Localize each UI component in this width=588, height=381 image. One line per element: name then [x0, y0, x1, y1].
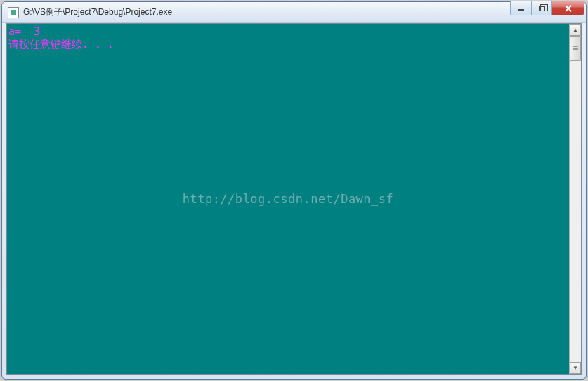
- application-window: G:\VS例子\Project7\Debug\Project7.exe a= 3…: [1, 1, 587, 380]
- close-icon: [564, 5, 573, 12]
- watermark-text: http://blog.csdn.net/Dawn_sf: [183, 193, 394, 205]
- titlebar[interactable]: G:\VS例子\Project7\Debug\Project7.exe: [2, 2, 586, 23]
- window-title: G:\VS例子\Project7\Debug\Project7.exe: [23, 6, 510, 18]
- scroll-down-button[interactable]: ▼: [570, 362, 581, 374]
- scrollbar-thumb[interactable]: [570, 36, 581, 61]
- window-controls: [510, 1, 584, 15]
- scrollbar-track[interactable]: [570, 36, 581, 362]
- console-line: a= 3: [8, 25, 568, 38]
- app-icon: [8, 7, 19, 18]
- console-output[interactable]: a= 3 请按任意键继续. . . http://blog.csdn.net/D…: [7, 24, 569, 374]
- scroll-up-button[interactable]: ▲: [570, 24, 581, 36]
- client-area: a= 3 请按任意键继续. . . http://blog.csdn.net/D…: [6, 23, 582, 375]
- chevron-up-icon: ▲: [573, 27, 578, 33]
- minimize-button[interactable]: [510, 1, 531, 15]
- chevron-down-icon: ▼: [573, 365, 578, 371]
- maximize-icon: [539, 6, 545, 11]
- minimize-icon: [518, 9, 524, 11]
- console-line: 请按任意键继续. . .: [8, 38, 568, 51]
- close-button[interactable]: [552, 1, 584, 15]
- vertical-scrollbar[interactable]: ▲ ▼: [569, 24, 581, 374]
- maximize-button[interactable]: [531, 1, 552, 15]
